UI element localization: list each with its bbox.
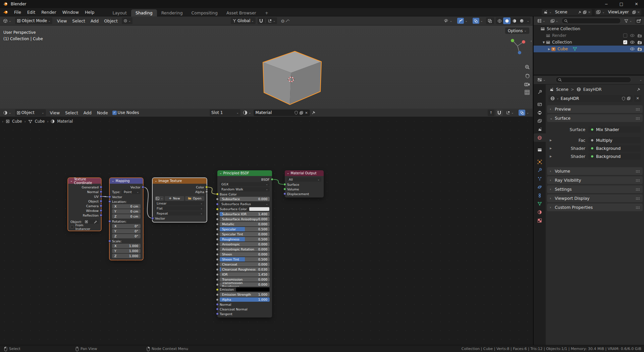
collapse-node-icon[interactable]: ⌄ [219,172,222,175]
principled-bsdf-emission-strength-slider[interactable]: Emission Strength1.000 [220,292,270,297]
scene-selector[interactable]: ⌄ Scene ✕ [542,9,592,15]
camera-view-icon[interactable] [524,82,530,86]
mapping-z-number-field[interactable]: Z0° [112,234,141,238]
node-material-output[interactable]: ⌄Material OutputAll⌄SurfaceVolumeDisplac… [285,170,324,197]
copy-world-icon[interactable] [627,97,631,100]
principled-bsdf-base-color-socket[interactable] [216,193,219,195]
disable-render-camera-icon[interactable] [637,47,642,51]
maximize-button[interactable]: □ [614,0,629,8]
image-texture-alpha-socket[interactable] [205,190,208,193]
principled-bsdf-sheen-socket[interactable] [216,253,219,256]
app-menu-icon[interactable] [0,10,11,14]
outliner-row-render[interactable]: Render [534,32,644,39]
properties-tab-world[interactable] [534,133,546,142]
viewport-menu-view[interactable]: View [54,18,70,23]
region-collapse-arrow[interactable]: ‹ [531,39,532,43]
principled-bsdf-metallic-slider[interactable]: Metallic0.000 [220,222,270,226]
mapping-vector-socket[interactable] [142,186,144,188]
breadcrumb-scene[interactable]: Scene [556,87,569,92]
collapse-node-icon[interactable]: ⌄ [70,179,73,182]
shader-menu-view[interactable]: View [47,110,63,115]
panel-drag-grip[interactable] [636,108,640,111]
gizmos-toggle[interactable]: ⌄ [455,17,469,24]
mapping-point-dropdown[interactable]: Point⌄ [122,190,141,194]
texture-coordinate-reflection-socket[interactable] [100,214,102,217]
new-scene-copy-icon[interactable] [583,10,587,14]
menu-help[interactable]: Help [82,8,98,16]
use-nodes-toggle[interactable]: ✓ Use Nodes [111,109,141,116]
node-header-image-texture[interactable]: ⌄Image Texture [153,178,207,184]
texture-coordinate-window-socket[interactable] [100,209,102,212]
viewport-menu-add[interactable]: Add [88,18,101,23]
proportional-editing-toggle[interactable]: ⊙ [279,17,291,24]
image-texture-color-socket[interactable] [205,186,208,188]
transform-orientation-dropdown[interactable]: Global ⌄ [231,17,256,24]
collapse-node-icon[interactable]: ⌄ [155,179,157,182]
properties-tab-render[interactable] [534,100,546,108]
workspace-tab-asset-browser[interactable]: Asset Browser [222,9,261,16]
principled-bsdf-clearcoat-slider[interactable]: Clearcoat0.000 [220,262,270,267]
principled-bsdf-tangent-socket[interactable] [216,312,219,315]
toggle-grid-icon[interactable] [525,90,530,95]
panel-drag-grip[interactable] [636,170,640,173]
material-name-field[interactable]: Material ✕ [254,110,310,116]
mapping-y-number-field[interactable]: Y1.000 [112,249,141,253]
principled-bsdf-subsurface-radius-dropdown[interactable]: Subsurface Radius⌄ [220,202,270,206]
principled-bsdf-sheen-slider[interactable]: Sheen0.000 [220,252,270,256]
mapping-z-number-field[interactable]: Z0 cm [112,214,141,219]
mapping-vector-socket[interactable] [108,195,111,198]
go-to-parent-node-tree-button[interactable]: ↑ [488,110,494,116]
properties-tab-constraints[interactable] [534,191,546,199]
unlink-world-button[interactable]: ✕ [634,95,641,102]
shading-solid-button[interactable] [503,17,511,24]
outliner-row-collection[interactable]: ▼Collection✓ [534,39,644,46]
principled-bsdf-normal-socket[interactable] [216,303,219,306]
property-value-mix-shader[interactable]: Mix Shader [588,126,641,133]
principled-bsdf-clearcoat-roughness-slider[interactable]: Clearcoat Roughness0.030 [220,267,270,272]
shader-menu-node[interactable]: Node [94,110,111,115]
close-button[interactable]: ✕ [629,0,644,8]
outliner-display-mode-dropdown[interactable]: ⌄ [536,17,547,24]
principled-bsdf-anisotropic-rotation-socket[interactable] [216,248,219,251]
principled-bsdf-transmission-socket[interactable] [216,278,219,281]
new-collection-button[interactable] [635,18,642,24]
hide-eye-icon[interactable] [630,41,635,44]
pin-icon[interactable] [637,87,641,92]
property-value-background[interactable]: Background [588,153,641,160]
panel-drag-grip[interactable] [636,206,640,209]
principled-bsdf-subsurface-anisotropy-socket[interactable] [216,218,219,221]
new-viewlayer-copy-icon[interactable] [632,10,636,14]
breadcrumb-world[interactable]: EasyHDR [583,87,602,92]
shader-overlays-toggle[interactable]: ⌄ [517,109,531,116]
collapse-node-icon[interactable]: ⌄ [112,179,114,182]
snapping-group[interactable]: ⌄ [258,17,277,24]
material-slot-dropdown[interactable]: Slot 1 ⌄ [210,109,240,116]
principled-bsdf-subsurface-color-socket[interactable] [216,208,219,211]
principled-bsdf-ior-slider[interactable]: IOR1.450 [220,272,270,277]
unlink-scene-icon[interactable]: ✕ [588,10,591,14]
properties-tab-material[interactable] [534,208,546,216]
outliner-row-cube[interactable]: ▶Cube [534,46,644,52]
panel-header-preview[interactable]: ›Preview [547,105,643,113]
texture-coordinate-normal-socket[interactable] [100,190,102,193]
principled-bsdf-clearcoat-normal-socket[interactable] [216,308,219,310]
principled-bsdf-emission-strength-socket[interactable] [216,293,219,296]
node-header-principled-bsdf[interactable]: ⌄Principled BSDF [217,170,272,176]
principled-bsdf-sheen-tint-socket[interactable] [216,258,219,261]
principled-bsdf-roughness-slider[interactable]: Roughness0.500 [220,237,270,241]
principled-bsdf-subsurface-ior-slider[interactable]: Subsurface IOR1.400 [220,212,270,216]
properties-tab-physics[interactable] [534,183,546,191]
mode-dropdown[interactable]: Object Mode ⌄ [15,17,52,24]
principled-bsdf-ior-socket[interactable] [216,273,219,276]
mapping-x-number-field[interactable]: X1.000 [112,244,141,248]
outliner-filter-dropdown[interactable]: ⌄ [623,17,634,24]
image-texture-new-image-button[interactable]: +New [165,196,184,201]
viewport-menu-select[interactable]: Select [69,18,88,23]
material-output-volume-socket[interactable] [283,188,286,190]
panel-header-viewport-display[interactable]: ›Viewport Display [547,194,643,202]
principled-bsdf-emission-socket[interactable] [216,288,219,291]
snap-node-element-dropdown[interactable]: ⌄ [504,109,516,116]
chevron-down-icon[interactable]: ⌄ [525,19,531,22]
properties-tab-collection[interactable] [534,145,546,154]
menu-render[interactable]: Render [38,8,59,16]
